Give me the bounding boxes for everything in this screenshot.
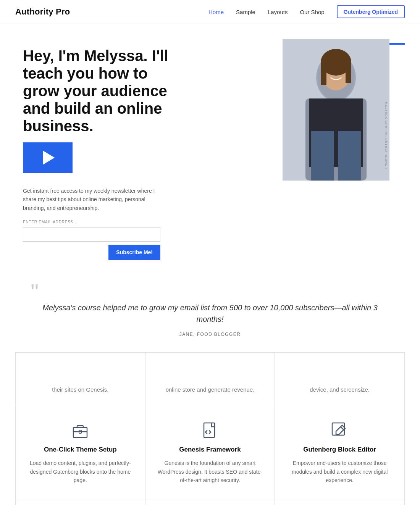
subscribe-button[interactable]: Subscribe Me! xyxy=(108,245,160,260)
logo: Authority Pro xyxy=(15,7,70,17)
feature-accessibility: Accessibility Ready Your website needs t… xyxy=(275,500,405,505)
feature-partial-text-3: device, and screensize. xyxy=(310,385,370,394)
nav-sample[interactable]: Sample xyxy=(236,9,255,15)
email-input[interactable] xyxy=(23,227,160,242)
person-svg xyxy=(283,39,389,181)
feature-desc-genesis: Genesis is the foundation of any smart W… xyxy=(157,459,263,484)
feature-customizer: Theme Customizer Tweak the theme's setti… xyxy=(16,500,145,505)
feature-genesis: Genesis Framework Genesis is the foundat… xyxy=(145,406,275,500)
hero-right-content: MELYSSA GRIFFIN, ENTREPREUNER xyxy=(283,39,397,260)
testimonial-author: JANE, FOOD BLOGGER xyxy=(179,332,241,337)
nav-layouts[interactable]: Layouts xyxy=(268,9,288,15)
feature-partial-3: device, and screensize. xyxy=(275,353,405,406)
header: Authority Pro Home Sample Layouts Our Sh… xyxy=(0,0,420,24)
svg-line-16 xyxy=(341,427,344,430)
feature-title-one-click: One-Click Theme Setup xyxy=(44,446,117,453)
nav-home[interactable]: Home xyxy=(208,9,224,15)
navigation: Home Sample Layouts Our Shop Gutenberg O… xyxy=(208,5,405,18)
edit-icon xyxy=(331,421,349,440)
play-button[interactable] xyxy=(23,142,73,173)
feature-partial-text-2: online store and generate revenue. xyxy=(166,385,255,394)
svg-rect-6 xyxy=(338,131,361,181)
svg-rect-5 xyxy=(311,131,334,181)
feature-one-click: One-Click Theme Setup Load demo content,… xyxy=(16,406,145,500)
testimonial-section: " Melyssa's course helped me to grow my … xyxy=(0,271,420,352)
feature-title-gutenberg: Gutenberg Block Editor xyxy=(303,446,376,453)
svg-rect-10 xyxy=(346,62,351,83)
testimonial-text: Melyssa's course helped me to grow my em… xyxy=(38,302,382,325)
feature-gutenberg: Gutenberg Block Editor Empower end-users… xyxy=(275,406,405,500)
features-grid: their sites on Genesis. online store and… xyxy=(15,352,405,505)
hero-title: Hey, I'm Melyssa. I'll teach you how to … xyxy=(23,47,187,135)
svg-rect-9 xyxy=(321,62,326,85)
feature-desc-one-click: Load demo content, plugins, and perfectl… xyxy=(27,459,134,484)
feature-partial-text-1: their sites on Genesis. xyxy=(52,385,108,394)
code-file-icon xyxy=(201,421,219,440)
hero-subtitle: Get instant free access to my weekly new… xyxy=(23,187,160,212)
feature-logo: Customizable Logo Upload your own brande… xyxy=(145,500,275,505)
person-label: MELYSSA GRIFFIN, ENTREPREUNER xyxy=(384,102,388,169)
nav-shop[interactable]: Our Shop xyxy=(300,9,324,15)
play-icon xyxy=(43,151,55,165)
svg-rect-11 xyxy=(73,428,87,437)
gutenberg-optimized-button[interactable]: Gutenberg Optimized xyxy=(337,5,405,18)
hero-email-form: ENTER EMAIL ADDRESS... Subscribe Me! xyxy=(23,220,160,260)
hero-left-content: Hey, I'm Melyssa. I'll teach you how to … xyxy=(23,39,271,260)
hero-person-image: MELYSSA GRIFFIN, ENTREPREUNER xyxy=(283,39,389,181)
quote-mark: " xyxy=(31,287,39,298)
feature-partial-1: their sites on Genesis. xyxy=(16,353,145,406)
briefcase-icon xyxy=(71,421,89,440)
feature-partial-2: online store and generate revenue. xyxy=(145,353,275,406)
feature-title-genesis: Genesis Framework xyxy=(179,446,241,453)
feature-desc-gutenberg: Empower end-users to customize those mod… xyxy=(286,459,393,484)
hero-section: Hey, I'm Melyssa. I'll teach you how to … xyxy=(0,24,420,271)
email-label: ENTER EMAIL ADDRESS... xyxy=(23,220,160,224)
